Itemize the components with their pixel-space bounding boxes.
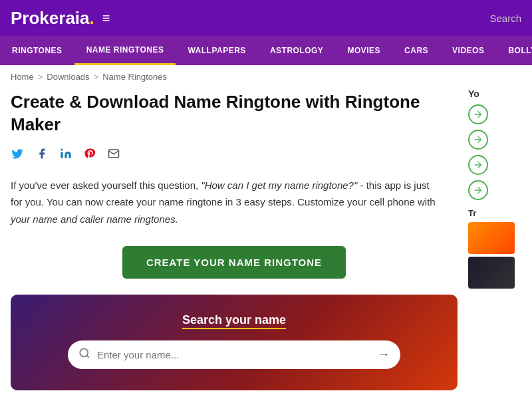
search-input-wrapper: → bbox=[68, 340, 400, 369]
sidebar-arrow-2[interactable] bbox=[468, 130, 488, 150]
nav-videos[interactable]: VIDEOS bbox=[440, 36, 496, 65]
nav-movies[interactable]: MOVIES bbox=[335, 36, 392, 65]
email-share[interactable] bbox=[108, 148, 120, 163]
search-arrow-icon[interactable]: → bbox=[378, 348, 390, 362]
sidebar: Yo Tr bbox=[468, 88, 521, 399]
nav-bolly[interactable]: BOLLY... bbox=[496, 36, 532, 65]
search-icon bbox=[78, 347, 90, 362]
sidebar-thumbnail-1[interactable] bbox=[468, 222, 515, 254]
breadcrumb-sep1: > bbox=[38, 72, 43, 82]
sidebar-trending-label: Tr bbox=[468, 208, 521, 218]
nav-cars[interactable]: CARS bbox=[392, 36, 440, 65]
sidebar-arrow-4[interactable] bbox=[468, 180, 488, 200]
page-title: Create & Download Name Ringtone with Rin… bbox=[11, 91, 458, 136]
social-icons bbox=[11, 147, 458, 164]
header: Prokeraia. ≡ Search bbox=[0, 0, 532, 36]
main-nav: RINGTONES NAME RINGTONES WALLPAPERS ASTR… bbox=[0, 36, 532, 65]
main-layout: Create & Download Name Ringtone with Rin… bbox=[0, 88, 532, 399]
logo: Prokeraia. bbox=[11, 8, 94, 29]
sidebar-arrow-1[interactable] bbox=[468, 104, 488, 124]
hamburger-icon[interactable]: ≡ bbox=[102, 11, 110, 26]
create-ringtone-button[interactable]: CREATE YOUR NAME RINGTONE bbox=[122, 246, 346, 279]
svg-point-1 bbox=[80, 348, 88, 356]
search-section-title: Search your name bbox=[24, 313, 444, 327]
nav-name-ringtones[interactable]: NAME RINGTONES bbox=[74, 36, 176, 65]
nav-astrology[interactable]: ASTROLOGY bbox=[258, 36, 336, 65]
breadcrumb-current: Name Ringtones bbox=[102, 72, 167, 82]
svg-line-2 bbox=[86, 356, 88, 358]
breadcrumb-sep2: > bbox=[94, 72, 99, 82]
breadcrumb-home[interactable]: Home bbox=[11, 72, 34, 82]
sidebar-yo-label: Yo bbox=[468, 88, 521, 99]
main-content: Create & Download Name Ringtone with Rin… bbox=[11, 88, 458, 399]
nav-wallpapers[interactable]: WALLPAPERS bbox=[176, 36, 257, 65]
search-section: Search your name → bbox=[11, 295, 458, 390]
logo-dot: . bbox=[90, 8, 94, 28]
breadcrumb: Home > Downloads > Name Ringtones bbox=[0, 65, 532, 88]
sidebar-thumbnail-2[interactable] bbox=[468, 257, 515, 289]
facebook-share[interactable] bbox=[36, 148, 48, 163]
name-search-input[interactable] bbox=[97, 349, 378, 360]
description: If you've ever asked yourself this quest… bbox=[11, 177, 443, 228]
search-button[interactable]: Search bbox=[489, 13, 521, 24]
twitter-share[interactable] bbox=[11, 147, 24, 164]
sidebar-arrow-3[interactable] bbox=[468, 155, 488, 175]
breadcrumb-downloads[interactable]: Downloads bbox=[47, 72, 89, 82]
svg-point-0 bbox=[61, 148, 63, 150]
linkedin-share[interactable] bbox=[60, 148, 72, 163]
sidebar-arrow-list bbox=[468, 104, 521, 200]
nav-ringtones[interactable]: RINGTONES bbox=[0, 36, 74, 65]
pinterest-share[interactable] bbox=[84, 148, 96, 163]
cta-container: CREATE YOUR NAME RINGTONE bbox=[11, 246, 458, 279]
header-left: Prokeraia. ≡ bbox=[11, 8, 110, 29]
